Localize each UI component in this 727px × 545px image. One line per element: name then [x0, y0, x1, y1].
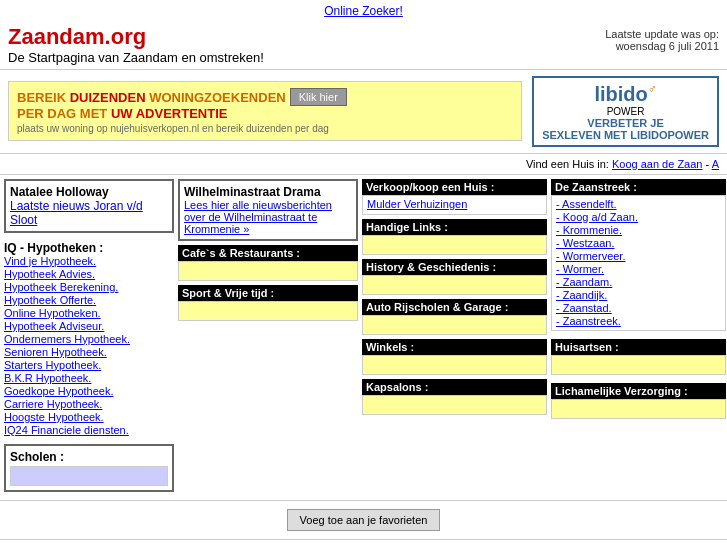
- libido-tagline: VERBETER JE: [542, 117, 709, 129]
- cafes-content: [178, 261, 358, 281]
- koog-link[interactable]: Koog aan de Zaan: [612, 158, 703, 170]
- banner-highlight1: DUIZENDEN: [70, 90, 146, 105]
- zaanstreek-list: - Assendelft. - Koog a/d Zaan. - Krommen…: [551, 195, 726, 331]
- zaan-link-1[interactable]: - Koog a/d Zaan.: [556, 211, 721, 223]
- history-header: History & Geschiedenis :: [362, 259, 547, 275]
- lich-header: Lichamelijke Verzorging :: [551, 383, 726, 399]
- hyp-link-5[interactable]: Hypotheek Adviseur.: [4, 320, 174, 332]
- zaan-link-8[interactable]: - Zaanstad.: [556, 302, 721, 314]
- iq-section: IQ - Hypotheken : Vind je Hypotheek. Hyp…: [4, 237, 174, 436]
- joran-link[interactable]: Laatste nieuws Joran v/d Sloot: [10, 199, 143, 227]
- hyp-link-0[interactable]: Vind je Hypotheek.: [4, 255, 174, 267]
- site-title: Zaandam.org: [8, 24, 264, 50]
- winkels-section: Winkels :: [362, 339, 547, 375]
- kapsalons-content: [362, 395, 547, 415]
- a-link[interactable]: A: [712, 158, 719, 170]
- hyp-link-7[interactable]: Senioren Hypotheek.: [4, 346, 174, 358]
- site-subtitle: De Startpagina van Zaandam en omstreken!: [8, 50, 264, 65]
- cafes-section: Cafe`s & Restaurants :: [178, 245, 358, 281]
- header: Zaandam.org De Startpagina van Zaandam e…: [0, 20, 727, 70]
- scholen-label: Scholen :: [10, 450, 168, 464]
- banner-left: BEREIK DUIZENDEN WONINGZOEKENDEN Klik hi…: [8, 81, 522, 141]
- find-house-bar: Vind een Huis in: Koog aan de Zaan - A: [0, 154, 727, 175]
- find-house-label: Vind een Huis in:: [526, 158, 609, 170]
- sport-section: Sport & Vrije tijd :: [178, 285, 358, 321]
- huisartsen-section: Huisartsen :: [551, 339, 726, 375]
- banner-right: libido♂ POWER VERBETER JE SEXLEVEN MET L…: [532, 76, 719, 147]
- online-zoeker-link[interactable]: Online Zoeker!: [324, 4, 403, 18]
- verkoop-section: Verkoop/koop een Huis : Mulder Verhuizin…: [362, 179, 547, 215]
- wilhelmina-box: Wilhelminastraat Drama Lees hier alle ni…: [178, 179, 358, 241]
- kapsalons-section: Kapsalons :: [362, 379, 547, 415]
- natalee-box: Natalee Holloway Laatste nieuws Joran v/…: [4, 179, 174, 233]
- hyp-link-12[interactable]: Hoogste Hypotheek.: [4, 411, 174, 423]
- update-label: Laatste update was op:: [605, 28, 719, 40]
- kapsalons-header: Kapsalons :: [362, 379, 547, 395]
- hyp-link-9[interactable]: B.K.R Hypotheek.: [4, 372, 174, 384]
- hyp-link-8[interactable]: Starters Hypotheek.: [4, 359, 174, 371]
- history-content: [362, 275, 547, 295]
- iq-header: IQ - Hypotheken :: [4, 241, 174, 255]
- banner-highlight2: UW ADVERTENTIE: [111, 106, 228, 121]
- favorites-button[interactable]: Voeg toe aan je favorieten: [287, 509, 441, 531]
- hyp-link-3[interactable]: Hypotheek Offerte.: [4, 294, 174, 306]
- hyp-link-1[interactable]: Hypotheek Advies.: [4, 268, 174, 280]
- verkoop-content: Mulder Verhuizingen: [362, 195, 547, 215]
- scholen-content: [10, 466, 168, 486]
- column-3: Verkoop/koop een Huis : Mulder Verhuizin…: [362, 179, 547, 492]
- banner-sub: plaats uw woning op nujehuisverkopen.nl …: [17, 123, 513, 134]
- column-2: Wilhelminastraat Drama Lees hier alle ni…: [178, 179, 358, 492]
- huisartsen-header: Huisartsen :: [551, 339, 726, 355]
- bottom-button-bar: Voeg toe aan je favorieten: [0, 500, 727, 539]
- libido-brand: libido♂: [542, 82, 709, 106]
- handige-header: Handige Links :: [362, 219, 547, 235]
- main-grid: Natalee Holloway Laatste nieuws Joran v/…: [0, 175, 727, 496]
- auto-header: Auto Rijscholen & Garage :: [362, 299, 547, 315]
- lich-content: [551, 399, 726, 419]
- column-1: Natalee Holloway Laatste nieuws Joran v/…: [4, 179, 174, 492]
- person-name: Natalee Holloway: [10, 185, 168, 199]
- winkels-content: [362, 355, 547, 375]
- banner-main-text: BEREIK DUIZENDEN WONINGZOEKENDEN Klik hi…: [17, 88, 513, 106]
- wilhelmina-link[interactable]: Lees hier alle nieuwsberichten over de W…: [184, 199, 332, 235]
- huisartsen-content: [551, 355, 726, 375]
- mulder-link[interactable]: Mulder Verhuizingen: [367, 198, 467, 210]
- zaanstreek-header: De Zaanstreek :: [551, 179, 726, 195]
- zaan-link-3[interactable]: - Westzaan.: [556, 237, 721, 249]
- banner-row: BEREIK DUIZENDEN WONINGZOEKENDEN Klik hi…: [0, 70, 727, 154]
- banner-text1: BEREIK DUIZENDEN WONINGZOEKENDEN: [17, 90, 286, 105]
- libido-tagline2: SEXLEVEN MET LIBIDOPOWER: [542, 129, 709, 141]
- header-left: Zaandam.org De Startpagina van Zaandam e…: [8, 24, 264, 65]
- klik-hier-button[interactable]: Klik hier: [290, 88, 347, 106]
- auto-content: [362, 315, 547, 335]
- zaan-link-2[interactable]: - Krommenie.: [556, 224, 721, 236]
- auto-section: Auto Rijscholen & Garage :: [362, 299, 547, 335]
- column-4: De Zaanstreek : - Assendelft. - Koog a/d…: [551, 179, 726, 492]
- libido-power: POWER: [542, 106, 709, 117]
- cafes-header: Cafe`s & Restaurants :: [178, 245, 358, 261]
- winkels-header: Winkels :: [362, 339, 547, 355]
- hyp-link-6[interactable]: Ondernemers Hypotheek.: [4, 333, 174, 345]
- lich-section: Lichamelijke Verzorging :: [551, 383, 726, 419]
- sport-content: [178, 301, 358, 321]
- header-right: Laatste update was op: woensdag 6 juli 2…: [605, 24, 719, 52]
- zaan-link-5[interactable]: - Wormer.: [556, 263, 721, 275]
- zaan-link-7[interactable]: - Zaandijk.: [556, 289, 721, 301]
- hyp-link-4[interactable]: Online Hypotheken.: [4, 307, 174, 319]
- zaan-link-9[interactable]: - Zaanstreek.: [556, 315, 721, 327]
- banner-text2: PER DAG MET UW ADVERTENTIE: [17, 106, 227, 121]
- update-date: woensdag 6 juli 2011: [616, 40, 719, 52]
- hyp-link-11[interactable]: Carriere Hypotheek.: [4, 398, 174, 410]
- history-section: History & Geschiedenis :: [362, 259, 547, 295]
- hyp-link-10[interactable]: Goedkope Hypotheek.: [4, 385, 174, 397]
- scholen-box: Scholen :: [4, 444, 174, 492]
- footer: Deze site is gemaakt door de webdesigner…: [0, 539, 727, 545]
- zaan-link-0[interactable]: - Assendelft.: [556, 198, 721, 210]
- hyp-link-2[interactable]: Hypotheek Berekening.: [4, 281, 174, 293]
- zaanstreek-section: De Zaanstreek : - Assendelft. - Koog a/d…: [551, 179, 726, 331]
- zaan-link-6[interactable]: - Zaandam.: [556, 276, 721, 288]
- iq-link-list: Vind je Hypotheek. Hypotheek Advies. Hyp…: [4, 255, 174, 436]
- zaan-link-4[interactable]: - Wormerveer.: [556, 250, 721, 262]
- libido-super: ♂: [648, 82, 657, 96]
- hyp-link-13[interactable]: IQ24 Financiele diensten.: [4, 424, 174, 436]
